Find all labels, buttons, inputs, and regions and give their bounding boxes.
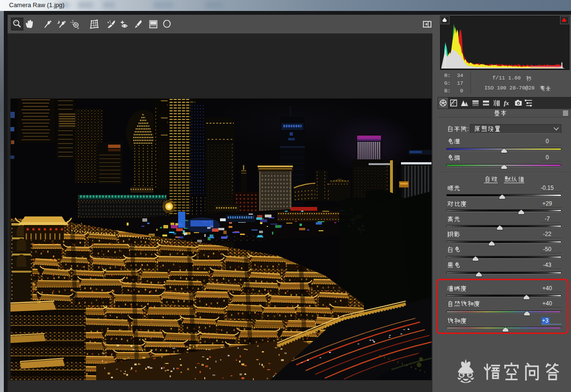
- svg-text:fx: fx: [504, 99, 509, 107]
